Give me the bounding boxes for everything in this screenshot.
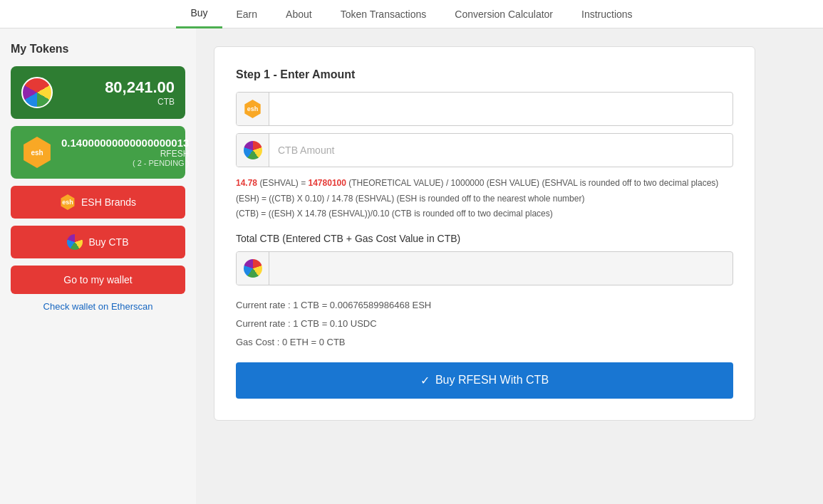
checkmark-icon: ✓ bbox=[420, 374, 430, 387]
ctb-amount: 80,241.00 bbox=[61, 78, 175, 97]
main-content: Step 1 - Enter Amount esh 14.78 (ESH bbox=[196, 28, 823, 504]
tab-token-transactions[interactable]: Token Transactions bbox=[326, 0, 441, 28]
formula-line1: 14.78 (ESHVAL) = 14780100 (THEORETICAL V… bbox=[236, 176, 733, 191]
wallet-button-label: Go to my wallet bbox=[63, 274, 132, 285]
formula-line2: (ESH) = ((CTB) X 0.10) / 14.78 (ESHVAL) … bbox=[236, 191, 733, 207]
rfesh-token-info: 0.14000000000000000013 RFESH ( 2 - PENDI… bbox=[61, 137, 189, 168]
ctb-symbol: CTB bbox=[61, 97, 175, 107]
esh-brands-icon: esh bbox=[60, 194, 76, 210]
gas-cost: Gas Cost : 0 ETH = 0 CTB bbox=[236, 333, 733, 352]
esh-input-row: esh bbox=[236, 92, 733, 126]
formula-line1-note: (ESHVAL is rounded off to two decimal pl… bbox=[542, 178, 718, 188]
formula-eshval-label: (ESHVAL) = bbox=[259, 178, 308, 188]
total-ctb-icon bbox=[244, 259, 262, 278]
formula-theoretical: 14780100 bbox=[309, 178, 346, 188]
ctb-btn-icon bbox=[67, 234, 83, 250]
page-layout: My Tokens 80,241.00 CTB esh 0.1400000000… bbox=[0, 28, 823, 504]
buy-panel: Step 1 - Enter Amount esh 14.78 (ESH bbox=[214, 46, 755, 421]
rate2: Current rate : 1 CTB = 0.10 USDC bbox=[236, 315, 733, 333]
tab-about[interactable]: About bbox=[271, 0, 326, 28]
ctb-token-info: 80,241.00 CTB bbox=[61, 78, 175, 107]
sidebar-title: My Tokens bbox=[11, 43, 185, 56]
formula-line1-post: (THEORETICAL VALUE) / 1000000 (ESH VALUE… bbox=[348, 178, 542, 188]
rfesh-pending: ( 2 - PENDING ) bbox=[61, 159, 189, 167]
buy-ctb-button[interactable]: Buy CTB bbox=[11, 226, 185, 258]
esh-brands-button[interactable]: esh ESH Brands bbox=[11, 186, 185, 219]
buy-rfesh-button[interactable]: ✓ Buy RFESH With CTB bbox=[236, 362, 733, 399]
rfesh-amount: 0.14000000000000000013 bbox=[61, 137, 189, 149]
total-ctb-input-row bbox=[236, 251, 733, 285]
top-nav: Buy Earn About Token Transactions Conver… bbox=[0, 0, 823, 28]
total-ctb-icon-box bbox=[237, 252, 269, 285]
ctb-icon bbox=[21, 77, 53, 108]
ctb-input-row bbox=[236, 133, 733, 167]
total-ctb-label: Total CTB (Entered CTB + Gas Cost Value … bbox=[236, 233, 733, 244]
tab-earn[interactable]: Earn bbox=[222, 0, 272, 28]
go-to-wallet-button[interactable]: Go to my wallet bbox=[11, 266, 185, 294]
esh-input-icon-box: esh bbox=[237, 93, 269, 125]
formula-section: 14.78 (ESHVAL) = 14780100 (THEORETICAL V… bbox=[236, 176, 733, 222]
rate1: Current rate : 1 CTB = 0.00676589986468 … bbox=[236, 296, 733, 315]
ctb-token-card: 80,241.00 CTB bbox=[11, 66, 185, 119]
step-title: Step 1 - Enter Amount bbox=[236, 68, 733, 81]
tab-buy[interactable]: Buy bbox=[176, 0, 222, 28]
esh-input[interactable] bbox=[269, 96, 733, 122]
etherscan-link[interactable]: Check wallet on Etherscan bbox=[11, 301, 185, 312]
total-ctb-input bbox=[269, 256, 733, 281]
buy-button-label: Buy RFESH With CTB bbox=[435, 374, 549, 387]
tab-instructions[interactable]: Instructions bbox=[567, 0, 647, 28]
esh-brands-label: ESH Brands bbox=[81, 196, 136, 208]
rfesh-token-card: esh 0.14000000000000000013 RFESH ( 2 - P… bbox=[11, 126, 185, 179]
rate-info: Current rate : 1 CTB = 0.00676589986468 … bbox=[236, 296, 733, 352]
tab-conversion-calculator[interactable]: Conversion Calculator bbox=[440, 0, 567, 28]
rfesh-symbol: RFESH bbox=[61, 149, 189, 159]
ctb-input-icon-box bbox=[237, 134, 269, 167]
formula-line3: (CTB) = ((ESH) X 14.78 (ESHVAL))/0.10 (C… bbox=[236, 206, 733, 222]
esh-icon: esh bbox=[21, 137, 53, 168]
buy-ctb-label: Buy CTB bbox=[88, 236, 128, 248]
esh-input-icon: esh bbox=[244, 100, 262, 118]
ctb-input[interactable] bbox=[269, 137, 733, 163]
sidebar: My Tokens 80,241.00 CTB esh 0.1400000000… bbox=[0, 28, 196, 504]
formula-eshval-num: 14.78 bbox=[236, 178, 257, 188]
ctb-input-icon bbox=[244, 141, 262, 159]
